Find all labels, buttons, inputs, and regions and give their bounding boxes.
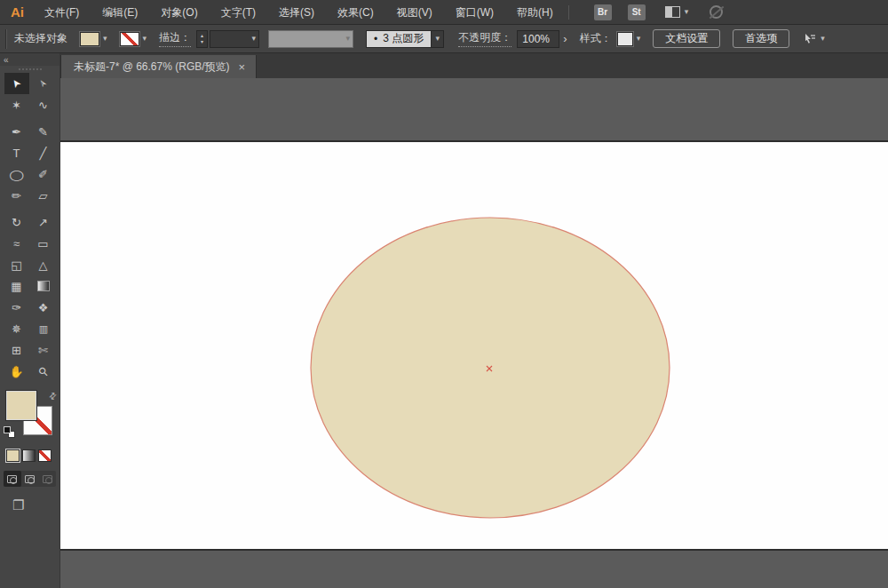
collapse-panel-icon[interactable]: « <box>4 55 9 65</box>
paintbrush-tool-icon: ✐ <box>38 169 48 180</box>
symbol-sprayer-tool[interactable]: ✵ <box>4 318 29 339</box>
tools-panel-header[interactable]: « <box>0 53 59 66</box>
menu-help[interactable]: 帮助(H) <box>505 0 565 25</box>
scale-tool[interactable]: ↗ <box>31 211 56 233</box>
menu-effect[interactable]: 效果(C) <box>326 0 385 25</box>
menu-separator <box>568 5 569 20</box>
eraser-tool[interactable]: ▱ <box>31 185 56 206</box>
selection-tool-icon: ➤ <box>10 76 24 90</box>
type-tool[interactable]: T <box>4 142 29 163</box>
hand-tool[interactable]: ✋ <box>4 361 29 382</box>
pen-tool[interactable]: ✒ <box>4 121 29 142</box>
draw-behind-mode[interactable] <box>21 471 39 487</box>
ellipse-tool-icon: ◯ <box>9 169 24 179</box>
brush-preview[interactable]: • 3 点圆形 <box>366 30 432 48</box>
stroke-weight-select[interactable]: ▾ <box>210 30 259 48</box>
ellipse-tool[interactable]: ◯ <box>4 163 29 185</box>
preferences-button[interactable]: 首选项 <box>733 29 789 48</box>
eyedropper-tool[interactable]: ✑ <box>4 297 29 318</box>
opacity-panel-arrow[interactable]: › <box>563 32 567 45</box>
sync-disabled-icon <box>710 5 723 19</box>
pencil-tool[interactable]: ✏ <box>4 185 29 206</box>
stock-button[interactable]: St <box>628 4 646 20</box>
lasso-tool[interactable]: ∿ <box>31 94 56 115</box>
rotate-tool[interactable]: ↻ <box>4 211 29 233</box>
lasso-tool-icon: ∿ <box>38 99 48 111</box>
gradient-button[interactable] <box>22 449 36 462</box>
menu-type[interactable]: 文字(T) <box>210 0 267 25</box>
swap-fill-stroke-icon[interactable]: ⇄ <box>46 390 59 402</box>
type-tool-icon: T <box>13 147 20 159</box>
tools-panel-grip[interactable] <box>0 66 59 73</box>
stepper-down-icon[interactable]: ▾ <box>201 39 203 45</box>
default-fill-stroke-icon[interactable] <box>4 426 15 438</box>
draw-inside-icon <box>43 475 52 483</box>
screen-mode-icon: ❐ <box>12 497 24 513</box>
opacity-input[interactable]: 100% <box>517 30 559 48</box>
fill-color-dropdown[interactable]: ▾ <box>80 32 107 46</box>
menu-object[interactable]: 对象(O) <box>149 0 209 25</box>
menu-select[interactable]: 选择(S) <box>267 0 326 25</box>
style-dropdown[interactable]: ▾ <box>617 32 641 46</box>
selection-tool[interactable]: ➤ <box>4 73 29 94</box>
tab-close-icon[interactable]: × <box>239 61 246 73</box>
column-graph-tool[interactable]: ▥ <box>31 318 56 339</box>
change-screen-mode-button[interactable]: ❐ <box>12 497 59 513</box>
column-graph-tool-icon: ▥ <box>39 324 47 334</box>
select-similar-objects-dropdown[interactable]: ▾ <box>804 33 825 45</box>
line-segment-tool[interactable]: ╱ <box>31 142 56 163</box>
stroke-weight-stepper[interactable]: ▴ ▾ <box>196 30 208 48</box>
free-transform-tool-icon: ▭ <box>37 238 48 250</box>
document-setup-button[interactable]: 文档设置 <box>653 29 720 48</box>
draw-inside-mode <box>38 471 56 487</box>
brush-chevron[interactable]: ▾ <box>432 30 444 48</box>
curvature-tool[interactable]: ✎ <box>31 121 56 142</box>
menu-window[interactable]: 窗口(W) <box>444 0 505 25</box>
draw-normal-mode[interactable] <box>4 471 21 487</box>
document-tab[interactable]: 未标题-7* @ 66.67% (RGB/预览) × <box>60 55 257 78</box>
paintbrush-tool[interactable]: ✐ <box>31 163 56 185</box>
brush-definition-dropdown[interactable]: • 3 点圆形 ▾ <box>353 30 444 48</box>
slice-tool[interactable]: ✄ <box>31 339 56 361</box>
draw-behind-icon <box>25 475 35 483</box>
fill-stroke-control: ⇄ <box>0 391 59 441</box>
fill-proxy-swatch[interactable] <box>6 391 36 420</box>
illustrator-window: Ai 文件(F) 编辑(E) 对象(O) 文字(T) 选择(S) 效果(C) 视… <box>0 0 888 588</box>
menu-edit[interactable]: 编辑(E) <box>91 0 149 25</box>
stepper-up-icon[interactable]: ▴ <box>201 33 203 39</box>
artwork-layer <box>60 78 888 588</box>
blend-tool[interactable]: ❖ <box>31 297 56 318</box>
menu-view[interactable]: 视图(V) <box>385 0 444 25</box>
canvas-area[interactable] <box>60 78 888 588</box>
bridge-button[interactable]: Br <box>594 4 612 20</box>
shape-builder-tool[interactable]: ◱ <box>4 254 29 275</box>
zoom-tool[interactable]: ⚲ <box>31 361 56 382</box>
gradient-tool[interactable] <box>31 275 56 297</box>
direct-selection-tool[interactable]: ➢ <box>31 73 56 94</box>
eyedropper-tool-icon: ✑ <box>12 302 21 314</box>
mesh-tool[interactable]: ▦ <box>4 275 29 297</box>
style-swatch[interactable] <box>617 32 633 46</box>
menu-bar: Ai 文件(F) 编辑(E) 对象(O) 文字(T) 选择(S) 效果(C) 视… <box>0 0 888 25</box>
stroke-none-swatch[interactable] <box>120 32 139 46</box>
free-transform-tool[interactable]: ▭ <box>31 233 56 254</box>
stroke-color-dropdown[interactable]: ▾ <box>120 32 147 46</box>
eraser-tool-icon: ▱ <box>39 190 48 202</box>
draw-normal-icon <box>7 475 17 483</box>
chevron-down-icon: ▾ <box>143 35 147 43</box>
magic-wand-tool[interactable]: ✶ <box>4 94 29 115</box>
workspace-switcher[interactable]: ▾ <box>665 6 689 18</box>
opacity-label[interactable]: 不透明度： <box>458 30 511 47</box>
artboard-tool[interactable]: ⊞ <box>4 339 29 361</box>
perspective-grid-tool[interactable]: △ <box>31 254 56 275</box>
hand-tool-icon: ✋ <box>9 366 23 377</box>
menu-file[interactable]: 文件(F) <box>33 0 91 25</box>
width-tool[interactable]: ≈ <box>4 233 29 254</box>
stroke-weight-label[interactable]: 描边： <box>159 30 191 47</box>
gradient-tool-icon <box>37 281 50 291</box>
fill-color-swatch[interactable] <box>80 32 99 46</box>
chevron-down-icon: ▾ <box>821 35 825 43</box>
none-button[interactable] <box>38 449 52 462</box>
document-tab-title: 未标题-7* @ 66.67% (RGB/预览) <box>74 60 230 75</box>
color-button[interactable] <box>6 449 20 462</box>
